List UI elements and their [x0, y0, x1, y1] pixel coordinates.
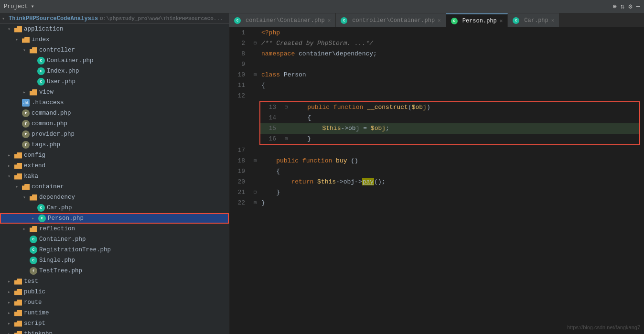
extend-label: extend — [24, 162, 45, 169]
project-root[interactable]: ThinkPHPSourceCodeAnalysis D:\phpstudy_p… — [0, 13, 229, 24]
sync-icon[interactable]: ⇅ — [621, 2, 624, 11]
sidebar-item-tags[interactable]: f tags.php — [0, 140, 229, 150]
tab-close-icon[interactable]: ✕ — [438, 17, 441, 23]
htaccess-icon: .ht — [22, 99, 30, 107]
sidebar-item-script[interactable]: script — [0, 318, 229, 329]
php-icon: C — [30, 236, 37, 243]
code-line-2: 2 ⊞ /** Created by PhpStorm. ...*/ — [229, 38, 644, 49]
sidebar-item-extend[interactable]: extend — [0, 161, 229, 171]
tab-close-icon[interactable]: ✕ — [500, 18, 503, 24]
line-content-22: } — [259, 198, 644, 208]
sidebar-item-kaka[interactable]: kaka — [0, 171, 229, 182]
sidebar-item-config[interactable]: config — [0, 150, 229, 161]
sidebar-item-thinkphp[interactable]: thinkphp — [0, 329, 229, 334]
sidebar-item-runtime[interactable]: runtime — [0, 308, 229, 318]
sidebar-item-route[interactable]: route — [0, 297, 229, 308]
config-arrow — [8, 152, 13, 158]
index-label: index — [32, 36, 50, 43]
sidebar-item-container-kaka[interactable]: C Container.php — [0, 234, 229, 245]
tab-icon: C — [451, 18, 458, 24]
line-content-11: { — [259, 80, 644, 91]
line-num-17: 17 — [229, 145, 251, 156]
code-line-15: 15 $this->obj = $obj; — [260, 123, 639, 134]
php-icon: f — [22, 109, 30, 117]
sidebar-item-public[interactable]: public — [0, 287, 229, 297]
fold-gutter-21[interactable]: ⊟ — [251, 187, 259, 198]
sidebar-item-test[interactable]: test — [0, 276, 229, 287]
sidebar-item-htaccess[interactable]: .ht .htaccess — [0, 97, 229, 108]
gear-icon[interactable]: ⚙ — [628, 2, 632, 11]
php-icon: C — [37, 78, 45, 86]
script-label: script — [24, 320, 45, 327]
add-icon[interactable]: ⊕ — [612, 2, 616, 11]
reflection-arrow — [23, 226, 29, 232]
sidebar-item-container-ctrl[interactable]: C Container.php — [0, 55, 229, 66]
line-content-19: { — [259, 166, 644, 177]
tab-controller-container[interactable]: C controller\Container.php ✕ — [336, 13, 446, 27]
code-line-1: 1 <?php — [229, 28, 644, 38]
dependency-label: dependency — [39, 194, 75, 201]
folder-icon — [14, 152, 22, 159]
tab-label: Car.php — [524, 17, 548, 24]
view-arrow — [23, 89, 29, 95]
sidebar-item-single[interactable]: C Single.php — [0, 255, 229, 266]
php-icon: f — [22, 120, 30, 128]
sidebar-item-reflection[interactable]: reflection — [0, 224, 229, 234]
fold-gutter-16[interactable]: ⊟ — [282, 134, 290, 144]
sidebar-item-index[interactable]: index — [0, 34, 229, 45]
line-content-14: { — [290, 113, 639, 123]
sidebar-item-car[interactable]: C Car.php — [0, 203, 229, 213]
sidebar-item-index-php[interactable]: C Index.php — [0, 66, 229, 76]
index-arrow — [15, 37, 21, 43]
tab-person[interactable]: C Person.php ✕ — [446, 13, 508, 27]
sidebar-item-dependency[interactable]: dependency — [0, 192, 229, 203]
folder-icon — [30, 226, 37, 232]
line-num-21: 21 — [229, 187, 251, 198]
registrationtree-label: RegistrationTree.php — [39, 247, 111, 253]
folder-icon — [14, 173, 22, 180]
tab-close-icon[interactable]: ✕ — [328, 17, 331, 23]
dependency-arrow — [23, 194, 29, 200]
sidebar-item-registrationtree[interactable]: C RegistrationTree.php — [0, 245, 229, 255]
index-php-label: Index.php — [47, 68, 79, 75]
tab-label: controller\Container.php — [352, 17, 435, 24]
command-label: command.php — [32, 110, 71, 117]
project-dropdown[interactable]: Project — [4, 3, 28, 10]
sidebar-item-common[interactable]: f common.php — [0, 119, 229, 129]
sidebar-item-person[interactable]: C Person.php — [0, 213, 229, 224]
code-editor[interactable]: 1 <?php 2 ⊞ /** Created by PhpStorm. ...… — [229, 28, 644, 334]
tab-container-container[interactable]: C container\Container.php ✕ — [229, 13, 336, 27]
tab-car[interactable]: C Car.php ✕ — [508, 13, 559, 27]
kaka-arrow — [8, 173, 13, 179]
sidebar-item-user-php[interactable]: C User.php — [0, 76, 229, 87]
top-bar-icons: ⊕ ⇅ ⚙ — — [612, 2, 640, 11]
folder-icon — [14, 300, 22, 306]
tab-label: Person.php — [462, 18, 497, 24]
tab-close-icon[interactable]: ✕ — [551, 17, 555, 23]
code-line-9: 9 — [229, 59, 644, 70]
fold-gutter-18[interactable]: ⊟ — [251, 156, 259, 166]
line-num-10: 10 — [229, 70, 251, 80]
minimize-icon[interactable]: — — [636, 2, 640, 11]
sidebar-item-controller[interactable]: controller — [0, 45, 229, 55]
application-label: application — [24, 26, 64, 32]
code-line-13: 13 ⊟ public function __construct($obj) — [260, 102, 639, 113]
sidebar-item-application[interactable]: application — [0, 24, 229, 34]
folder-icon — [14, 279, 22, 285]
fold-gutter-13[interactable]: ⊟ — [282, 102, 290, 113]
sidebar-item-testtree[interactable]: f TestTree.php — [0, 266, 229, 276]
sidebar-item-view[interactable]: view — [0, 87, 229, 97]
script-arrow — [8, 321, 13, 326]
fold-gutter-10[interactable]: ⊟ — [251, 70, 259, 80]
config-label: config — [24, 152, 45, 159]
controller-arrow — [23, 47, 29, 53]
sidebar-item-command[interactable]: f command.php — [0, 108, 229, 119]
code-line-10: 10 ⊟ class Person — [229, 70, 644, 80]
php-icon: f — [22, 141, 30, 149]
line-num-13: 13 — [260, 102, 282, 113]
sidebar-item-provider[interactable]: f provider.php — [0, 129, 229, 140]
fold-gutter-2[interactable]: ⊞ — [251, 38, 259, 49]
person-arrow — [32, 215, 37, 221]
fold-gutter-22[interactable]: ⊟ — [251, 198, 259, 208]
sidebar-item-container-folder[interactable]: container — [0, 182, 229, 192]
